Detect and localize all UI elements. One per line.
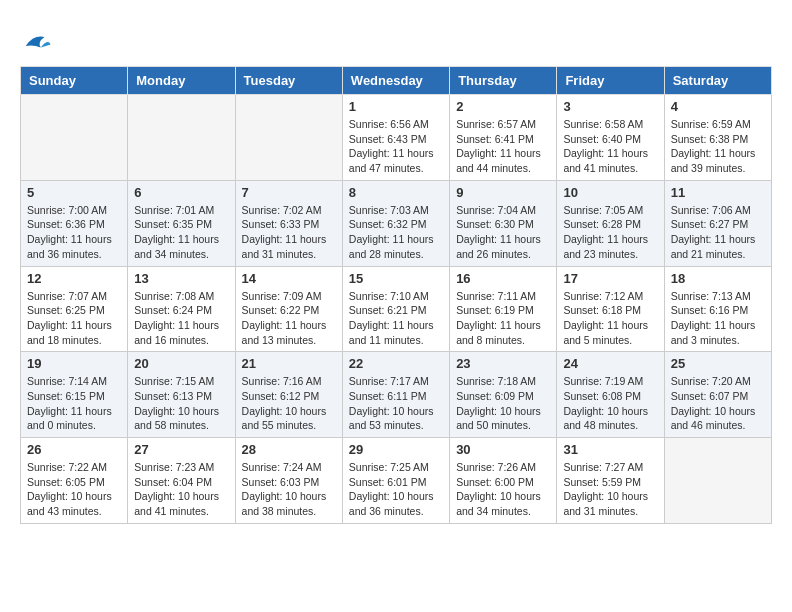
day-number: 3 [563, 99, 657, 114]
day-info: Sunrise: 7:02 AMSunset: 6:33 PMDaylight:… [242, 203, 336, 262]
day-info: Sunrise: 7:18 AMSunset: 6:09 PMDaylight:… [456, 374, 550, 433]
calendar-cell: 17Sunrise: 7:12 AMSunset: 6:18 PMDayligh… [557, 266, 664, 352]
day-info: Sunrise: 7:24 AMSunset: 6:03 PMDaylight:… [242, 460, 336, 519]
calendar-cell: 10Sunrise: 7:05 AMSunset: 6:28 PMDayligh… [557, 180, 664, 266]
day-number: 25 [671, 356, 765, 371]
day-info: Sunrise: 7:07 AMSunset: 6:25 PMDaylight:… [27, 289, 121, 348]
day-number: 12 [27, 271, 121, 286]
calendar-cell: 25Sunrise: 7:20 AMSunset: 6:07 PMDayligh… [664, 352, 771, 438]
day-info: Sunrise: 7:25 AMSunset: 6:01 PMDaylight:… [349, 460, 443, 519]
calendar-cell: 24Sunrise: 7:19 AMSunset: 6:08 PMDayligh… [557, 352, 664, 438]
day-info: Sunrise: 7:01 AMSunset: 6:35 PMDaylight:… [134, 203, 228, 262]
calendar-cell: 4Sunrise: 6:59 AMSunset: 6:38 PMDaylight… [664, 95, 771, 181]
calendar-cell: 23Sunrise: 7:18 AMSunset: 6:09 PMDayligh… [450, 352, 557, 438]
calendar-cell: 20Sunrise: 7:15 AMSunset: 6:13 PMDayligh… [128, 352, 235, 438]
day-info: Sunrise: 7:12 AMSunset: 6:18 PMDaylight:… [563, 289, 657, 348]
day-info: Sunrise: 6:56 AMSunset: 6:43 PMDaylight:… [349, 117, 443, 176]
day-info: Sunrise: 6:58 AMSunset: 6:40 PMDaylight:… [563, 117, 657, 176]
calendar-cell: 16Sunrise: 7:11 AMSunset: 6:19 PMDayligh… [450, 266, 557, 352]
weekday-header-row: SundayMondayTuesdayWednesdayThursdayFrid… [21, 67, 772, 95]
calendar-table: SundayMondayTuesdayWednesdayThursdayFrid… [20, 66, 772, 524]
calendar-cell: 28Sunrise: 7:24 AMSunset: 6:03 PMDayligh… [235, 438, 342, 524]
day-number: 29 [349, 442, 443, 457]
day-info: Sunrise: 7:06 AMSunset: 6:27 PMDaylight:… [671, 203, 765, 262]
calendar-cell: 22Sunrise: 7:17 AMSunset: 6:11 PMDayligh… [342, 352, 449, 438]
weekday-header: Thursday [450, 67, 557, 95]
calendar-cell [128, 95, 235, 181]
calendar-cell: 13Sunrise: 7:08 AMSunset: 6:24 PMDayligh… [128, 266, 235, 352]
calendar-week-row: 5Sunrise: 7:00 AMSunset: 6:36 PMDaylight… [21, 180, 772, 266]
day-number: 24 [563, 356, 657, 371]
calendar-cell: 26Sunrise: 7:22 AMSunset: 6:05 PMDayligh… [21, 438, 128, 524]
calendar-cell: 31Sunrise: 7:27 AMSunset: 5:59 PMDayligh… [557, 438, 664, 524]
logo-text [20, 30, 56, 62]
day-number: 22 [349, 356, 443, 371]
logo-bird-icon [22, 30, 52, 58]
day-number: 31 [563, 442, 657, 457]
day-number: 21 [242, 356, 336, 371]
calendar-cell: 8Sunrise: 7:03 AMSunset: 6:32 PMDaylight… [342, 180, 449, 266]
day-info: Sunrise: 6:57 AMSunset: 6:41 PMDaylight:… [456, 117, 550, 176]
page-container: SundayMondayTuesdayWednesdayThursdayFrid… [20, 30, 772, 524]
day-number: 14 [242, 271, 336, 286]
day-number: 9 [456, 185, 550, 200]
weekday-header: Saturday [664, 67, 771, 95]
logo [20, 30, 56, 62]
calendar-cell: 2Sunrise: 6:57 AMSunset: 6:41 PMDaylight… [450, 95, 557, 181]
day-number: 18 [671, 271, 765, 286]
day-info: Sunrise: 7:14 AMSunset: 6:15 PMDaylight:… [27, 374, 121, 433]
day-info: Sunrise: 7:17 AMSunset: 6:11 PMDaylight:… [349, 374, 443, 433]
day-info: Sunrise: 7:19 AMSunset: 6:08 PMDaylight:… [563, 374, 657, 433]
day-info: Sunrise: 7:23 AMSunset: 6:04 PMDaylight:… [134, 460, 228, 519]
calendar-cell: 5Sunrise: 7:00 AMSunset: 6:36 PMDaylight… [21, 180, 128, 266]
calendar-cell [664, 438, 771, 524]
day-number: 6 [134, 185, 228, 200]
day-number: 28 [242, 442, 336, 457]
day-info: Sunrise: 7:03 AMSunset: 6:32 PMDaylight:… [349, 203, 443, 262]
calendar-week-row: 19Sunrise: 7:14 AMSunset: 6:15 PMDayligh… [21, 352, 772, 438]
weekday-header: Friday [557, 67, 664, 95]
page-header [20, 30, 772, 62]
weekday-header: Monday [128, 67, 235, 95]
day-info: Sunrise: 7:13 AMSunset: 6:16 PMDaylight:… [671, 289, 765, 348]
calendar-cell: 6Sunrise: 7:01 AMSunset: 6:35 PMDaylight… [128, 180, 235, 266]
day-number: 4 [671, 99, 765, 114]
calendar-cell: 11Sunrise: 7:06 AMSunset: 6:27 PMDayligh… [664, 180, 771, 266]
day-number: 27 [134, 442, 228, 457]
day-info: Sunrise: 7:08 AMSunset: 6:24 PMDaylight:… [134, 289, 228, 348]
day-info: Sunrise: 7:05 AMSunset: 6:28 PMDaylight:… [563, 203, 657, 262]
day-info: Sunrise: 7:16 AMSunset: 6:12 PMDaylight:… [242, 374, 336, 433]
calendar-cell: 12Sunrise: 7:07 AMSunset: 6:25 PMDayligh… [21, 266, 128, 352]
day-number: 26 [27, 442, 121, 457]
day-info: Sunrise: 7:00 AMSunset: 6:36 PMDaylight:… [27, 203, 121, 262]
day-number: 7 [242, 185, 336, 200]
day-number: 20 [134, 356, 228, 371]
calendar-cell: 9Sunrise: 7:04 AMSunset: 6:30 PMDaylight… [450, 180, 557, 266]
day-number: 30 [456, 442, 550, 457]
weekday-header: Wednesday [342, 67, 449, 95]
day-number: 17 [563, 271, 657, 286]
day-number: 5 [27, 185, 121, 200]
calendar-cell: 18Sunrise: 7:13 AMSunset: 6:16 PMDayligh… [664, 266, 771, 352]
calendar-cell: 14Sunrise: 7:09 AMSunset: 6:22 PMDayligh… [235, 266, 342, 352]
day-info: Sunrise: 7:26 AMSunset: 6:00 PMDaylight:… [456, 460, 550, 519]
day-number: 2 [456, 99, 550, 114]
day-info: Sunrise: 7:22 AMSunset: 6:05 PMDaylight:… [27, 460, 121, 519]
day-info: Sunrise: 7:10 AMSunset: 6:21 PMDaylight:… [349, 289, 443, 348]
calendar-week-row: 26Sunrise: 7:22 AMSunset: 6:05 PMDayligh… [21, 438, 772, 524]
calendar-cell: 15Sunrise: 7:10 AMSunset: 6:21 PMDayligh… [342, 266, 449, 352]
day-number: 8 [349, 185, 443, 200]
day-number: 1 [349, 99, 443, 114]
weekday-header: Sunday [21, 67, 128, 95]
day-info: Sunrise: 6:59 AMSunset: 6:38 PMDaylight:… [671, 117, 765, 176]
day-number: 10 [563, 185, 657, 200]
calendar-cell: 30Sunrise: 7:26 AMSunset: 6:00 PMDayligh… [450, 438, 557, 524]
calendar-cell: 29Sunrise: 7:25 AMSunset: 6:01 PMDayligh… [342, 438, 449, 524]
calendar-week-row: 1Sunrise: 6:56 AMSunset: 6:43 PMDaylight… [21, 95, 772, 181]
calendar-cell: 1Sunrise: 6:56 AMSunset: 6:43 PMDaylight… [342, 95, 449, 181]
calendar-cell: 7Sunrise: 7:02 AMSunset: 6:33 PMDaylight… [235, 180, 342, 266]
day-number: 11 [671, 185, 765, 200]
day-info: Sunrise: 7:27 AMSunset: 5:59 PMDaylight:… [563, 460, 657, 519]
day-info: Sunrise: 7:20 AMSunset: 6:07 PMDaylight:… [671, 374, 765, 433]
calendar-cell [21, 95, 128, 181]
